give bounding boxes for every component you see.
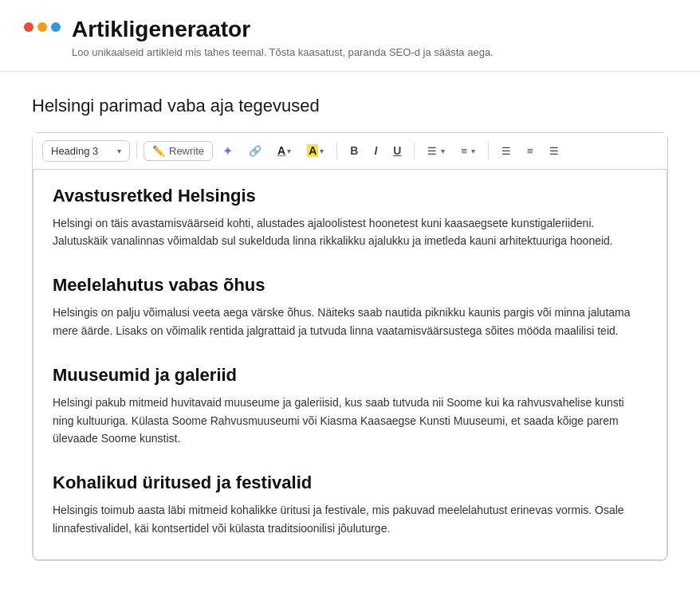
chevron-down-icon: ▾ bbox=[117, 147, 121, 155]
content-section-0: Avastusretked Helsingis Helsingi on täis… bbox=[53, 186, 647, 250]
editor-area[interactable]: Avastusretked Helsingis Helsingi on täis… bbox=[33, 170, 667, 560]
link-button[interactable]: 🔗 bbox=[242, 141, 268, 161]
underline-icon: U bbox=[393, 144, 401, 157]
app-logo bbox=[24, 22, 61, 32]
content-section-2: Muuseumid ja galeriid Helsingi pakub mit… bbox=[53, 365, 647, 447]
dot-blue bbox=[51, 22, 61, 32]
sparkle-button[interactable]: ✦ bbox=[216, 139, 239, 163]
text-color-button[interactable]: A ▾ bbox=[271, 140, 297, 161]
link-icon: 🔗 bbox=[249, 145, 262, 157]
app-header: Artikligeneraator Loo unikaalseid artikl… bbox=[0, 0, 700, 72]
app-subtitle: Loo unikaalseid artikleid mis tahes teem… bbox=[72, 46, 494, 58]
numbered-list-icon: ≡ bbox=[461, 145, 467, 157]
text-color-icon: A bbox=[277, 144, 285, 157]
chevron-down-icon-highlight: ▾ bbox=[320, 147, 324, 155]
align-right-button[interactable]: ☰ bbox=[543, 141, 565, 161]
align-center-icon: ≡ bbox=[527, 145, 533, 157]
toolbar-divider-3 bbox=[414, 142, 415, 159]
app-title: Artikligeneraator bbox=[72, 16, 494, 43]
italic-icon: I bbox=[374, 144, 377, 157]
pencil-icon: ✏️ bbox=[152, 145, 165, 157]
section-body-1: Helsingis on palju võimalusi veeta aega … bbox=[53, 304, 647, 339]
chevron-down-icon-color: ▾ bbox=[287, 147, 291, 155]
content-section-3: Kohalikud üritused ja festivalid Helsing… bbox=[53, 472, 647, 537]
sparkle-icon: ✦ bbox=[222, 143, 233, 159]
align-left-icon: ☰ bbox=[501, 145, 511, 157]
content-section-1: Meelelahutus vabas õhus Helsingis on pal… bbox=[53, 275, 647, 339]
editor-toolbar: Heading 3 ▾ ✏️ Rewrite ✦ 🔗 A ▾ bbox=[33, 133, 667, 170]
rewrite-label: Rewrite bbox=[169, 145, 204, 157]
bullet-list-icon: ☰ bbox=[427, 145, 437, 157]
toolbar-divider-4 bbox=[488, 142, 489, 159]
section-heading-2: Muuseumid ja galeriid bbox=[53, 365, 647, 386]
numbered-list-button[interactable]: ≡ ▾ bbox=[454, 141, 482, 161]
align-left-button[interactable]: ☰ bbox=[495, 141, 517, 161]
toolbar-divider-2 bbox=[336, 142, 337, 159]
section-heading-1: Meelelahutus vabas õhus bbox=[53, 275, 647, 296]
heading-select-label: Heading 3 bbox=[51, 145, 98, 157]
app-title-block: Artikligeneraator Loo unikaalseid artikl… bbox=[72, 16, 494, 58]
section-heading-3: Kohalikud üritused ja festivalid bbox=[53, 472, 647, 493]
dot-yellow bbox=[37, 22, 47, 32]
bullet-list-button[interactable]: ☰ ▾ bbox=[421, 141, 451, 161]
bold-button[interactable]: B bbox=[344, 140, 364, 161]
article-title: Helsingi parimad vaba aja tegevused bbox=[32, 96, 668, 116]
highlight-icon: A bbox=[307, 144, 318, 157]
chevron-down-icon-num: ▾ bbox=[471, 147, 475, 155]
underline-button[interactable]: U bbox=[387, 140, 407, 161]
align-center-button[interactable]: ≡ bbox=[521, 141, 540, 161]
highlight-button[interactable]: A ▾ bbox=[301, 140, 330, 161]
page-content: Helsingi parimad vaba aja tegevused Head… bbox=[0, 72, 700, 561]
chevron-down-icon-bullet: ▾ bbox=[441, 147, 445, 155]
section-body-2: Helsingi pakub mitmeid huvitavaid muuseu… bbox=[53, 394, 647, 447]
bold-icon: B bbox=[350, 144, 358, 157]
rewrite-button[interactable]: ✏️ Rewrite bbox=[144, 141, 213, 161]
editor-wrapper: Heading 3 ▾ ✏️ Rewrite ✦ 🔗 A ▾ bbox=[32, 132, 668, 561]
align-right-icon: ☰ bbox=[549, 145, 559, 157]
dot-red bbox=[24, 22, 33, 32]
italic-button[interactable]: I bbox=[368, 140, 383, 161]
section-body-0: Helsingi on täis avastamisväärseid kohti… bbox=[53, 214, 647, 250]
heading-select[interactable]: Heading 3 ▾ bbox=[42, 140, 130, 162]
toolbar-divider-1 bbox=[136, 142, 137, 159]
section-body-3: Helsingis toimub aasta läbi mitmeid koha… bbox=[53, 501, 647, 537]
section-heading-0: Avastusretked Helsingis bbox=[53, 186, 647, 206]
